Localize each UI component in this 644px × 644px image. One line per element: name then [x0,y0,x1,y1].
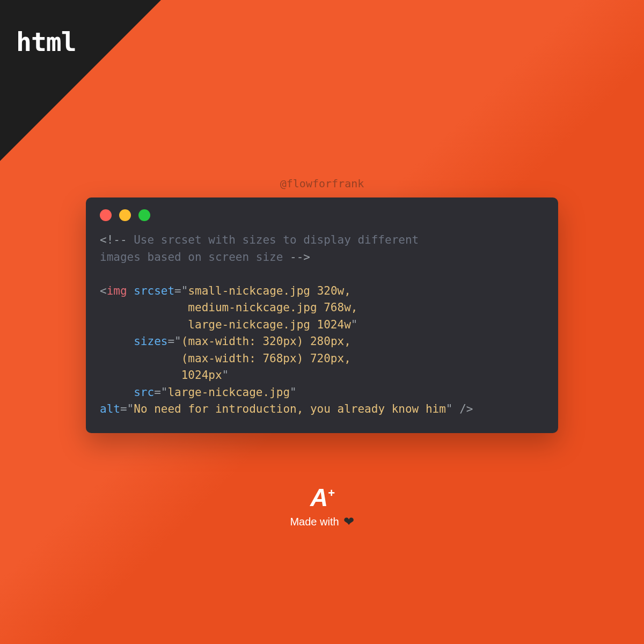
footer: A+ Made with ❤ [290,483,354,529]
src-value: large-nickcage.jpg [167,386,290,399]
logo-plus: + [328,486,334,500]
window-controls [86,197,558,228]
alt-value: No need for introduction, you already kn… [134,402,446,415]
code-block: <!-- Use srcset with sizes to display di… [86,228,558,418]
corner-triangle [0,0,161,161]
maximize-icon[interactable] [138,209,150,221]
code-comment: <!-- Use srcset with sizes to display di… [100,233,419,264]
attr-sizes: sizes [134,335,167,348]
close-icon[interactable] [100,209,112,221]
minimize-icon[interactable] [119,209,131,221]
made-with-label: Made with [290,516,339,528]
heart-icon: ❤ [343,514,354,529]
watermark-handle: @flowforfrank [280,177,364,190]
footer-tagline: Made with ❤ [290,514,354,529]
code-window: <!-- Use srcset with sizes to display di… [86,197,558,433]
attr-alt: alt [100,402,120,415]
tag-name: img [107,284,127,297]
logo-letter: A [310,483,327,512]
attr-srcset: srcset [134,284,174,297]
footer-logo: A+ [290,483,354,512]
attr-src: src [134,386,154,399]
corner-label: html [16,27,76,57]
